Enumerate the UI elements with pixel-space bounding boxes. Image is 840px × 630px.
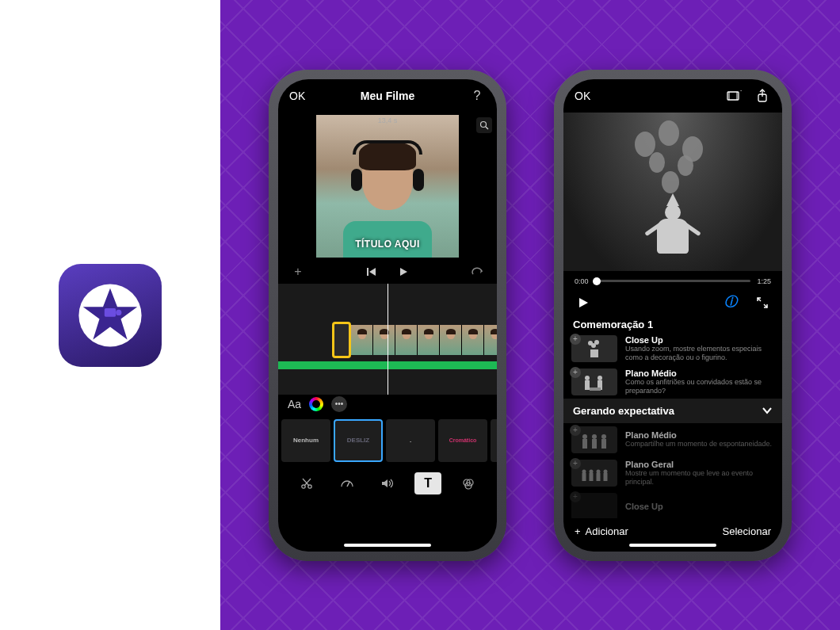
timeline[interactable] <box>278 284 497 395</box>
svg-point-47 <box>597 469 601 473</box>
shot-thumb-medium[interactable]: + <box>571 368 617 395</box>
shot-item[interactable]: + Close Up <box>563 490 782 518</box>
add-shot-icon[interactable]: + <box>570 491 581 502</box>
time-start: 0:00 <box>575 277 589 285</box>
color-picker-icon[interactable] <box>309 397 323 411</box>
shot-desc: Mostre um momento que leve ao evento pri… <box>625 469 774 487</box>
preview-area: 13,4 s TÍTULO AQUI <box>278 113 497 260</box>
svg-point-45 <box>590 469 594 473</box>
balloon-icon <box>678 155 693 176</box>
text-tool-button[interactable]: T <box>414 472 441 494</box>
plus-icon: + <box>575 525 581 537</box>
scrubber-row: 0:00 1:25 <box>563 271 782 292</box>
clip-row[interactable] <box>351 325 497 355</box>
preview-frame[interactable]: 13,4 s TÍTULO AQUI <box>316 115 459 258</box>
add-shot-icon[interactable]: + <box>570 425 581 436</box>
add-button[interactable]: + Adicionar <box>575 525 628 537</box>
playhead[interactable] <box>388 284 388 395</box>
svg-marker-25 <box>579 298 588 307</box>
expand-icon[interactable] <box>754 294 771 311</box>
svg-line-14 <box>347 482 349 487</box>
project-title: Meu Filme <box>361 90 414 102</box>
prev-frame-icon[interactable] <box>363 263 380 281</box>
font-button[interactable]: Aa <box>288 398 301 410</box>
speed-icon[interactable] <box>334 472 361 494</box>
section-header-anticipation[interactable]: Gerando expectativa <box>563 399 782 423</box>
clip-thumb[interactable] <box>484 325 497 355</box>
shot-thumb-medium[interactable]: + <box>571 426 617 453</box>
title-option-dot[interactable]: . <box>386 419 435 462</box>
zoom-icon[interactable] <box>476 117 492 133</box>
svg-point-3 <box>116 309 121 315</box>
shot-desc: Compartilhe um momento de espontaneidade… <box>625 440 774 449</box>
title-option-slide[interactable]: DESLIZ <box>334 419 383 462</box>
share-icon[interactable] <box>754 87 771 105</box>
section-title-celebration: Comemoração 1 <box>563 314 782 332</box>
trailer-header: OK + <box>563 79 782 113</box>
trailer-preview[interactable] <box>563 113 782 271</box>
svg-point-4 <box>481 121 487 127</box>
shot-item[interactable]: + Plano Médio Compartilhe um momento de … <box>563 423 782 456</box>
more-options-icon[interactable]: ••• <box>331 396 347 412</box>
title-options-row[interactable]: Nenhum DESLIZ . Cromático PADR <box>278 414 497 468</box>
add-shot-icon[interactable]: + <box>570 367 581 378</box>
phone-editor: OK Meu Filme ? 13,4 s TÍTULO AQUI <box>269 70 506 561</box>
home-indicator <box>629 544 716 547</box>
clip-thumb[interactable] <box>462 325 484 355</box>
clip-thumb[interactable] <box>418 325 440 355</box>
chevron-down-icon[interactable] <box>762 405 773 417</box>
play-icon[interactable] <box>575 294 592 311</box>
shot-item[interactable]: + Plano Geral Mostre um momento que leve… <box>563 456 782 490</box>
title-option-standard[interactable]: PADR <box>491 419 497 462</box>
help-icon[interactable]: ? <box>468 87 486 105</box>
filters-icon[interactable] <box>455 472 482 494</box>
svg-point-41 <box>601 434 606 439</box>
shot-name: Plano Geral <box>625 460 774 469</box>
svg-rect-31 <box>590 349 598 357</box>
title-option-none[interactable]: Nenhum <box>281 419 330 462</box>
phone-trailer: OK + <box>554 70 792 561</box>
svg-rect-40 <box>592 439 597 449</box>
svg-rect-38 <box>582 439 587 449</box>
add-media-button[interactable]: + <box>289 263 307 281</box>
shot-item[interactable]: + Close Up Usando zoom, mostre elementos… <box>563 332 782 365</box>
svg-rect-33 <box>585 380 590 390</box>
ok-button[interactable]: OK <box>289 90 305 102</box>
svg-rect-50 <box>604 473 608 481</box>
clip-thumb[interactable] <box>373 325 395 355</box>
shot-list-scroll[interactable]: Comemoração 1 + Close Up Usando zoom, mo… <box>563 314 782 518</box>
ok-button[interactable]: OK <box>575 90 590 102</box>
svg-rect-42 <box>601 439 606 449</box>
add-shot-icon[interactable]: + <box>570 334 581 345</box>
shot-name: Close Up <box>625 335 774 345</box>
title-option-chromatic[interactable]: Cromático <box>438 419 487 462</box>
svg-rect-48 <box>597 473 601 481</box>
shot-name: Close Up <box>625 502 774 511</box>
play-icon[interactable] <box>395 263 412 281</box>
balloon-icon <box>649 152 665 173</box>
clip-thumb[interactable] <box>395 325 418 355</box>
scrubber-track[interactable] <box>595 280 751 282</box>
svg-point-37 <box>582 434 587 439</box>
svg-rect-46 <box>590 473 594 481</box>
clip-thumb[interactable] <box>351 325 373 355</box>
clip-thumb[interactable] <box>440 325 462 355</box>
cut-icon[interactable] <box>293 472 320 494</box>
select-button[interactable]: Selecionar <box>723 525 771 537</box>
project-settings-icon[interactable]: + <box>725 87 743 105</box>
shot-thumb-closeup[interactable]: + <box>571 493 617 518</box>
add-label: Adicionar <box>586 525 628 537</box>
imovie-app-icon <box>59 264 162 367</box>
shot-item[interactable]: + Plano Médio Como os anfitriões ou conv… <box>563 365 782 399</box>
preview-face <box>362 147 413 210</box>
svg-line-5 <box>486 127 488 129</box>
info-icon[interactable]: ⓘ <box>722 294 739 311</box>
volume-icon[interactable] <box>374 472 401 494</box>
scrubber-thumb[interactable] <box>593 277 601 285</box>
clip-selected-handle[interactable] <box>332 322 351 358</box>
add-shot-icon[interactable]: + <box>570 458 581 469</box>
undo-icon[interactable] <box>468 263 486 281</box>
shot-thumb-wide[interactable]: + <box>571 460 617 487</box>
svg-point-34 <box>598 376 602 380</box>
shot-thumb-closeup[interactable]: + <box>571 335 617 362</box>
